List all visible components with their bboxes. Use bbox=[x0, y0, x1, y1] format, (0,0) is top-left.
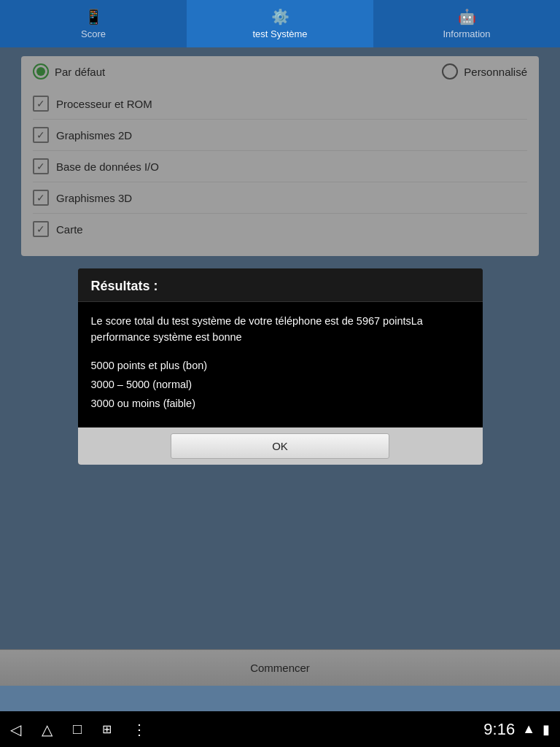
legend-line1: 5000 points et plus (bon) bbox=[91, 356, 470, 375]
dialog-buttons: OK bbox=[78, 427, 483, 465]
wifi-icon: ▲ bbox=[522, 721, 535, 737]
tab-test-icon: ⚙️ bbox=[271, 8, 289, 26]
nav-icons: ◁ △ □ ⊞ ⋮ bbox=[10, 721, 147, 738]
ok-button[interactable]: OK bbox=[171, 433, 389, 459]
tab-bar: 📱 Score ⚙️ test Système 🤖 Information bbox=[0, 0, 560, 47]
status-bar: ◁ △ □ ⊞ ⋮ 9:16 ▲ ▮ bbox=[0, 711, 560, 747]
main-content: Par défaut Personnalisé ✓ Processeur et … bbox=[0, 47, 560, 686]
results-dialog: Résultats : Le score total du test systè… bbox=[78, 268, 483, 465]
screenshot-icon[interactable]: ⊞ bbox=[102, 722, 112, 736]
legend-line2: 3000 – 5000 (normal) bbox=[91, 375, 470, 394]
back-icon[interactable]: ◁ bbox=[10, 721, 21, 738]
dialog-overlay: Résultats : Le score total du test systè… bbox=[0, 47, 560, 686]
dialog-title: Résultats : bbox=[91, 279, 158, 293]
legend-line3: 3000 ou moins (faible) bbox=[91, 394, 470, 413]
home-icon[interactable]: △ bbox=[42, 721, 52, 738]
more-icon[interactable]: ⋮ bbox=[132, 721, 147, 738]
battery-icon: ▮ bbox=[542, 721, 550, 738]
status-time: 9:16 bbox=[483, 720, 515, 739]
dialog-body: Le score total du test système de votre … bbox=[78, 302, 483, 427]
tab-score[interactable]: 📱 Score bbox=[0, 0, 187, 47]
dialog-legend: 5000 points et plus (bon) 3000 – 5000 (n… bbox=[91, 356, 470, 413]
dialog-title-bar: Résultats : bbox=[78, 268, 483, 302]
recents-icon[interactable]: □ bbox=[73, 721, 82, 738]
tab-score-icon: 📱 bbox=[85, 8, 103, 26]
tab-info-label: Information bbox=[443, 28, 490, 39]
dialog-score-text: Le score total du test système de votre … bbox=[91, 314, 470, 346]
tab-information[interactable]: 🤖 Information bbox=[373, 0, 560, 47]
tab-test-systeme[interactable]: ⚙️ test Système bbox=[187, 0, 373, 47]
tab-test-label: test Système bbox=[252, 28, 307, 39]
tab-score-label: Score bbox=[81, 28, 106, 39]
tab-info-icon: 🤖 bbox=[458, 8, 476, 26]
